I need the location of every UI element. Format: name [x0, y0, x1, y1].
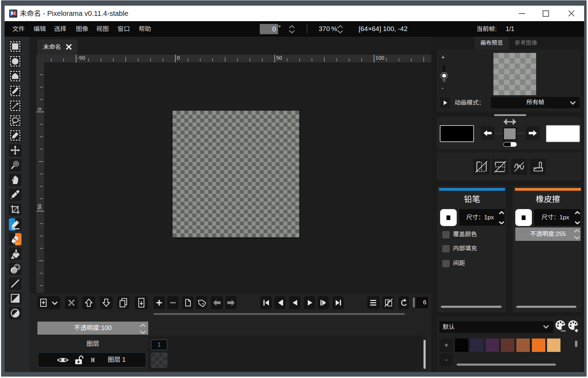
svg-text:0: 0	[177, 55, 180, 61]
svg-text:50: 50	[276, 55, 282, 61]
svg-text:-50: -50	[78, 55, 85, 61]
svg-text:50: 50	[36, 204, 42, 210]
svg-text:100: 100	[376, 55, 384, 61]
svg-text:0: 0	[36, 108, 42, 110]
